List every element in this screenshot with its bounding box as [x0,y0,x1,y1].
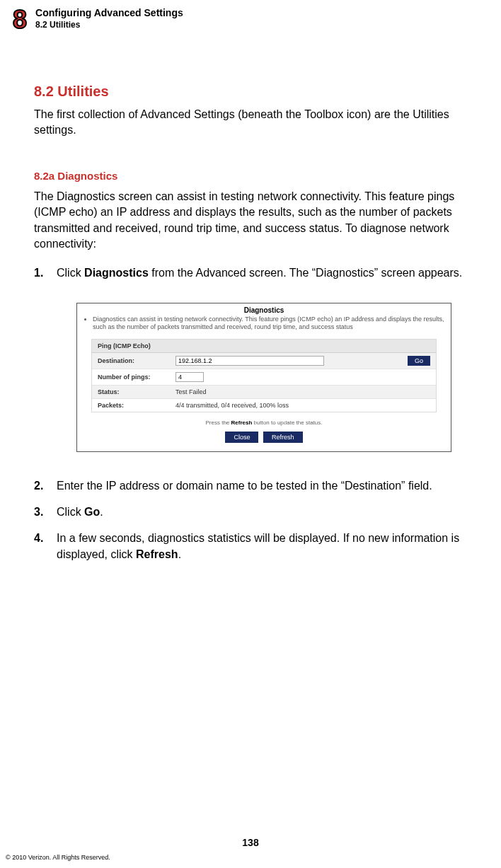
chapter-number: 8 [13,7,27,33]
step-text: In a few seconds, diagnostics statistics… [57,532,459,560]
step-body: Click Go. [57,504,103,520]
step-number: 1. [34,265,48,281]
pings-row: Number of pings: [92,369,436,386]
step-number: 4. [34,530,48,562]
step-body: Click Diagnostics from the Advanced scre… [57,265,462,281]
step-4: 4. In a few seconds, diagnostics statist… [34,530,467,562]
refresh-note: Press the Refresh button to update the s… [81,419,447,426]
close-button[interactable]: Close [225,432,258,443]
step-3: 3. Click Go. [34,504,467,520]
diagnostics-screenshot: Diagnostics Diagnostics can assist in te… [76,303,467,452]
step-text: . [178,548,181,560]
packets-value: 4/4 transmitted, 0/4 received, 100% loss [175,402,430,409]
destination-row: Destination: Go [92,353,436,369]
step-text: . [100,506,103,518]
ping-panel: Ping (ICMP Echo) Destination: Go Number … [91,339,437,412]
status-label: Status: [98,388,175,395]
refresh-button[interactable]: Refresh [263,432,303,443]
steps-list-cont: 2. Enter the IP address or domain name t… [34,478,467,563]
pings-label: Number of pings: [98,374,175,381]
step-1: 1. Click Diagnostics from the Advanced s… [34,265,467,281]
note-text: button to update the status. [252,419,322,426]
pings-input[interactable] [175,372,204,382]
panel-header: Ping (ICMP Echo) [92,340,436,353]
screenshot-bullet: Diagnostics can assist in testing networ… [93,316,447,332]
header-line-2: 8.2 Utilities [35,20,183,30]
section-intro: The first collection of Advanced Setting… [34,107,467,139]
step-number: 3. [34,504,48,520]
go-button[interactable]: Go [408,356,430,366]
step-bold: Go [84,506,100,518]
step-body: In a few seconds, diagnostics statistics… [57,530,467,562]
step-number: 2. [34,478,48,494]
note-text: Press the [206,419,231,426]
destination-input[interactable] [175,356,324,366]
step-text: Click [57,506,84,518]
destination-label: Destination: [98,357,175,364]
header-text: Configuring Advanced Settings 8.2 Utilit… [35,7,183,30]
step-bold: Refresh [136,548,178,560]
page-number: 138 [0,837,501,848]
page-header: 8 Configuring Advanced Settings 8.2 Util… [13,7,488,33]
step-body: Enter the IP address or domain name to b… [57,478,432,494]
packets-row: Packets: 4/4 transmitted, 0/4 received, … [92,399,436,412]
steps-list: 1. Click Diagnostics from the Advanced s… [34,265,467,281]
note-bold: Refresh [231,419,253,426]
status-row: Status: Test Failed [92,386,436,399]
copyright: © 2010 Verizon. All Rights Reserved. [6,854,110,861]
section-title: 8.2 Utilities [34,83,467,100]
subsection-intro: The Diagnostics screen can assist in tes… [34,189,467,253]
step-text: from the Advanced screen. The “Diagnosti… [149,267,462,279]
screenshot-title: Diagnostics [81,306,447,314]
packets-label: Packets: [98,402,175,409]
step-bold: Diagnostics [84,267,149,279]
subsection-title: 8.2a Diagnostics [34,170,467,182]
step-2: 2. Enter the IP address or domain name t… [34,478,467,494]
step-text: Click [57,267,84,279]
header-line-1: Configuring Advanced Settings [35,7,183,18]
status-value: Test Failed [175,388,430,395]
button-row: Close Refresh [81,432,447,443]
